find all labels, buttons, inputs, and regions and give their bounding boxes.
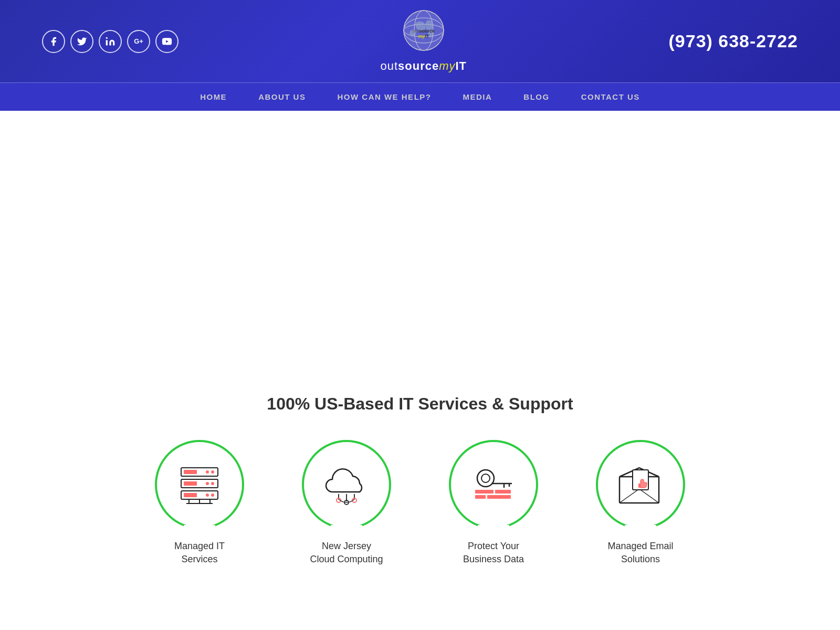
- services-grid: Managed ITServices: [42, 440, 798, 566]
- svg-point-32: [481, 474, 490, 482]
- email-icon: [614, 464, 667, 506]
- logo[interactable]: outsource myIT outsourcemyIT: [380, 9, 467, 73]
- svg-rect-14: [184, 481, 197, 486]
- svg-rect-39: [487, 495, 511, 499]
- cloud-circle: [302, 440, 391, 529]
- data-circle: [449, 440, 538, 529]
- email-label: Managed EmailSolutions: [607, 540, 673, 566]
- service-managed-it[interactable]: Managed ITServices: [147, 440, 252, 566]
- server-icon: [173, 464, 226, 506]
- youtube-icon[interactable]: [155, 30, 178, 53]
- twitter-icon[interactable]: [70, 30, 93, 53]
- managed-it-circle: [155, 440, 244, 529]
- svg-rect-18: [184, 493, 197, 497]
- phone-number[interactable]: (973) 638-2722: [668, 31, 798, 51]
- nav-about[interactable]: ABOUT US: [258, 92, 306, 101]
- service-email[interactable]: Managed EmailSolutions: [588, 440, 693, 566]
- svg-point-16: [206, 482, 209, 485]
- svg-point-19: [211, 494, 214, 497]
- svg-rect-38: [475, 495, 486, 499]
- svg-point-20: [206, 494, 209, 497]
- social-icons-group: G+: [42, 30, 178, 53]
- cloud-label: New JerseyCloud Computing: [310, 540, 383, 566]
- svg-point-11: [211, 470, 214, 474]
- svg-point-12: [206, 470, 209, 474]
- service-data[interactable]: Protect YourBusiness Data: [441, 440, 546, 566]
- svg-text:outsource: outsource: [413, 28, 435, 34]
- header: G+ outsource: [0, 0, 840, 82]
- hero-area: [0, 111, 840, 373]
- services-section: 100% US-Based IT Services & Support: [0, 373, 840, 597]
- globe-icon: outsource myIT: [400, 9, 447, 57]
- svg-point-0: [106, 37, 108, 38]
- svg-text:myIT: myIT: [418, 34, 429, 39]
- svg-rect-45: [638, 484, 640, 488]
- svg-line-41: [620, 490, 638, 503]
- logo-out: out: [380, 59, 398, 72]
- services-title: 100% US-Based IT Services & Support: [42, 394, 798, 414]
- logo-it: IT: [456, 59, 467, 72]
- nav-help[interactable]: HOW CAN WE HELP?: [337, 92, 431, 101]
- nav-media[interactable]: MEDIA: [463, 92, 492, 101]
- svg-point-31: [477, 470, 494, 487]
- svg-point-15: [211, 482, 214, 485]
- cloud-icon: [320, 464, 373, 506]
- email-circle: [596, 440, 685, 529]
- svg-rect-36: [475, 490, 494, 494]
- key-icon: [467, 464, 520, 506]
- linkedin-icon[interactable]: [99, 30, 122, 53]
- nav-contact[interactable]: CONTACT US: [581, 92, 640, 101]
- google-plus-icon[interactable]: G+: [127, 30, 150, 53]
- nav-home[interactable]: HOME: [200, 92, 227, 101]
- nav-blog[interactable]: BLOG: [523, 92, 549, 101]
- data-label: Protect YourBusiness Data: [463, 540, 524, 566]
- facebook-icon[interactable]: [42, 30, 65, 53]
- managed-it-label: Managed ITServices: [174, 540, 225, 566]
- svg-rect-37: [495, 490, 511, 494]
- service-cloud[interactable]: New JerseyCloud Computing: [294, 440, 399, 566]
- logo-source: source: [398, 59, 439, 72]
- svg-rect-10: [184, 470, 197, 474]
- svg-line-42: [640, 490, 659, 503]
- logo-my: my: [439, 59, 455, 72]
- navigation: HOME ABOUT US HOW CAN WE HELP? MEDIA BLO…: [0, 82, 840, 111]
